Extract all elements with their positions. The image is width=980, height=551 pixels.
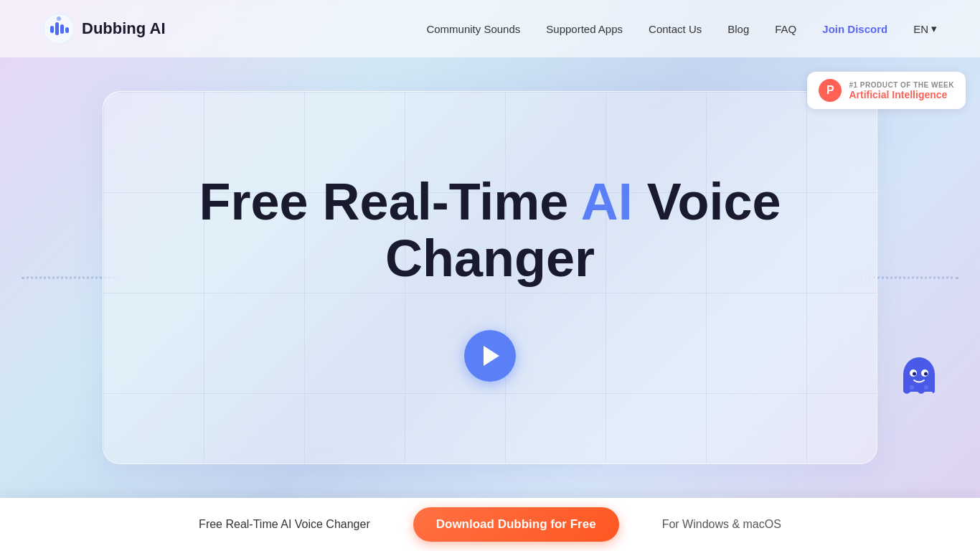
svg-rect-5: [65, 27, 69, 33]
svg-rect-4: [60, 24, 64, 34]
logo-text: Dubbing AI: [82, 19, 166, 38]
product-hunt-badge[interactable]: P #1 PRODUCT OF THE WEEK Artificial Inte…: [807, 72, 966, 109]
hero-title: Free Real-Time AI Voice Changer: [103, 174, 877, 287]
product-hunt-label: #1 PRODUCT OF THE WEEK: [849, 81, 954, 89]
play-button[interactable]: [464, 330, 516, 382]
chevron-down-icon: ▾: [931, 22, 937, 35]
nav-community-sounds[interactable]: Community Sounds: [426, 23, 520, 35]
nav-faq[interactable]: FAQ: [775, 23, 796, 35]
ghost-mascot: [894, 352, 944, 412]
bottom-bar: Free Real-Time AI Voice Changer Download…: [0, 498, 980, 551]
logo[interactable]: Dubbing AI: [43, 13, 166, 44]
header: Dubbing AI Community Sounds Supported Ap…: [0, 0, 980, 57]
bottom-right-text: For Windows & macOS: [662, 518, 781, 531]
hero-title-ai: AI: [581, 173, 633, 230]
nav-blog[interactable]: Blog: [727, 23, 749, 35]
svg-point-14: [924, 385, 928, 390]
video-card: Free Real-Time AI Voice Changer: [103, 91, 877, 464]
nav-join-discord[interactable]: Join Discord: [822, 23, 887, 35]
nav-supported-apps[interactable]: Supported Apps: [546, 23, 623, 35]
svg-rect-2: [50, 26, 54, 33]
main-nav: Community Sounds Supported Apps Contact …: [426, 22, 937, 35]
nav-contact-us[interactable]: Contact Us: [649, 23, 702, 35]
svg-point-6: [57, 17, 61, 21]
logo-icon: [43, 13, 75, 44]
main-content: P #1 PRODUCT OF THE WEEK Artificial Inte…: [0, 57, 980, 498]
svg-point-12: [924, 372, 928, 376]
svg-point-11: [913, 372, 916, 376]
hero-content: Free Real-Time AI Voice Changer: [103, 174, 877, 382]
language-selector[interactable]: EN ▾: [913, 22, 937, 35]
svg-point-13: [910, 385, 914, 390]
svg-rect-8: [903, 375, 935, 392]
download-button[interactable]: Download Dubbing for Free: [413, 507, 619, 542]
product-hunt-icon: P: [819, 79, 842, 102]
product-hunt-category: Artificial Intelligence: [849, 89, 954, 100]
svg-rect-3: [55, 22, 59, 35]
product-hunt-text: #1 PRODUCT OF THE WEEK Artificial Intell…: [849, 81, 954, 100]
hero-title-part1: Free Real-Time: [199, 173, 581, 230]
bottom-left-text: Free Real-Time AI Voice Changer: [199, 518, 370, 531]
play-icon: [484, 346, 499, 366]
